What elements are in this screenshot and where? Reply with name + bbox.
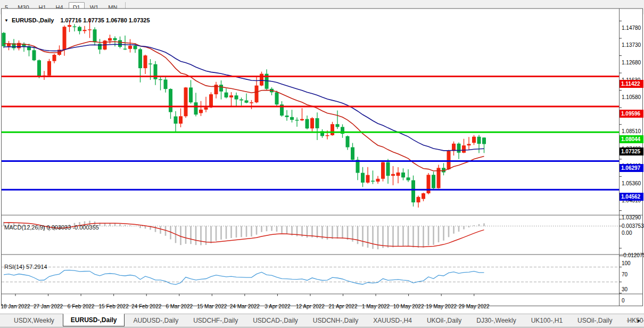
candle-bearish [32, 50, 36, 60]
date-axis-label: 24 Feb 2022 [131, 304, 161, 309]
candle-bullish [376, 179, 380, 182]
chart-ohlc-values: 1.07716 1.07735 1.06780 1.07325 [60, 17, 150, 23]
chart-tab-audusd-daily[interactable]: AUDUSD-,Daily [127, 315, 185, 326]
candle-bullish [366, 175, 370, 183]
chart-tab-dj30-weekly[interactable]: DJ30-,Weekly [470, 315, 522, 326]
candle-bearish [235, 95, 238, 99]
candle-bearish [411, 181, 415, 203]
candle-bearish [189, 87, 193, 102]
candle-bearish [482, 137, 486, 144]
candle-bearish [78, 27, 81, 31]
candle-bullish [47, 61, 51, 76]
price-level-badge: 1.11422 [620, 80, 643, 88]
chart-tab-xauusd-h4[interactable]: XAUUSD-,H4 [367, 315, 418, 326]
candle-bearish [346, 136, 350, 147]
candle-bullish [53, 55, 56, 61]
chart-tab-usoil-daily[interactable]: USOil-,Daily [571, 315, 618, 326]
symbol-dropdown-icon[interactable]: ▼ [4, 18, 9, 23]
date-axis-label: 3 Apr 2022 [265, 304, 290, 309]
candle-bearish [245, 101, 249, 103]
candle-bullish [397, 173, 400, 176]
tab-scroll-arrows: ◄► [625, 314, 641, 327]
candle-bullish [229, 95, 233, 97]
price-axis-label: 1.10580 [622, 94, 641, 100]
candle-bearish [174, 117, 178, 124]
price-level-badge: 1.06297 [620, 164, 643, 172]
chart-tab-eurusd-daily[interactable]: EURUSD-,Daily [63, 314, 125, 326]
price-axis-label: 1.08510 [622, 128, 641, 134]
candle-bullish [472, 137, 476, 143]
chart-tab-bar: USDX,WeeklyEURUSD-,DailyAUDUSD-,DailyUSD… [0, 314, 644, 327]
candle-bearish [113, 38, 117, 40]
tab-scroll-left-icon[interactable]: ◄ [625, 318, 630, 323]
candle-bearish [432, 175, 435, 188]
chart-title: ▼EURUSD-,Daily1.07716 1.07735 1.06780 1.… [4, 17, 150, 23]
price-axis-label: 1.13730 [622, 42, 641, 48]
price-axis-label: 1.14780 [622, 25, 641, 31]
macd-axis-label: 0.003753 [622, 223, 644, 229]
candle-bearish [401, 173, 405, 177]
chart-tab-usdchf-daily[interactable]: USDCHF-,Daily [187, 315, 244, 326]
candle-bullish [209, 94, 213, 107]
macd-indicator-label: MACD(12,26,9) 0.003033 -0.000355 [4, 224, 99, 231]
price-axis-label: 1.03290 [622, 215, 641, 220]
candle-bullish [452, 144, 456, 151]
chart-tab-usdcnh-daily[interactable]: USDCNH-,Daily [307, 315, 365, 326]
tab-scroll-right-icon[interactable]: ► [637, 318, 641, 323]
candle-bullish [68, 25, 71, 27]
price-level-badge: 1.09596 [620, 110, 643, 118]
candle-bearish [73, 27, 77, 27]
candle-bearish [295, 120, 299, 120]
candle-bullish [427, 175, 431, 193]
chart-tab-usdx-weekly[interactable]: USDX,Weekly [7, 315, 61, 326]
rsi-axis-label: 100 [622, 260, 631, 266]
candle-bullish [260, 74, 263, 86]
macd-axis-label: 0.00 [622, 230, 632, 236]
candle-bearish [148, 63, 152, 64]
candle-bearish [336, 124, 340, 127]
candle-bearish [134, 46, 137, 50]
candle-bearish [285, 116, 289, 117]
chart-window-frame [2, 9, 643, 306]
date-axis-label: 12 Apr 2022 [296, 304, 325, 309]
candle-bullish [128, 46, 132, 49]
date-axis-label: 6 Feb 2022 [68, 304, 95, 309]
candle-bearish [407, 177, 410, 180]
candle-bearish [118, 40, 122, 47]
date-axis-label: 15 Feb 2022 [99, 304, 129, 309]
date-axis-label: 1 May 2022 [362, 304, 390, 309]
candle-bearish [275, 92, 279, 104]
chart-tab-ukoil-daily[interactable]: UKOil-,Daily [420, 315, 468, 326]
date-axis-label: 18 Jan 2022 [1, 304, 30, 309]
candle-bearish [37, 60, 41, 76]
candle-bearish [477, 137, 481, 144]
chart-tab-uk100-h1[interactable]: UK100-,H1 [525, 315, 569, 326]
candle-bearish [371, 181, 375, 182]
candle-bullish [63, 27, 67, 50]
candle-bullish [447, 151, 451, 169]
date-axis-label: 19 May 2022 [426, 304, 457, 309]
chart-tab-usdcad-daily[interactable]: USDCAD-,Daily [246, 315, 304, 326]
candle-bearish [457, 144, 461, 153]
candle-bearish [219, 85, 223, 92]
chart-window[interactable]: ▼EURUSD-,Daily1.07716 1.07735 1.06780 1.… [0, 14, 644, 314]
candle-bullish [83, 30, 87, 31]
date-axis-label: 24 Mar 2022 [230, 304, 260, 309]
candle-bullish [88, 29, 92, 30]
candle-bearish [306, 119, 309, 129]
date-axis-label: 15 Mar 2022 [197, 304, 227, 309]
date-axis-label: 27 Jan 2022 [34, 304, 63, 309]
candle-bullish [417, 197, 420, 202]
candle-bullish [199, 110, 203, 113]
price-axis-label: 1.05360 [622, 181, 641, 186]
current-price-badge: 1.07325 [620, 147, 643, 155]
rsi-indicator-label: RSI(14) 57.2914 [4, 264, 47, 270]
candle-bullish [179, 116, 183, 124]
date-axis-label: 29 May 2022 [459, 304, 490, 309]
candle-bearish [225, 93, 228, 97]
candle-bearish [290, 117, 294, 120]
mt4-terminal: 5M30H1H4D1W1MN ▼EURUSD-,Daily1.07716 1.0… [0, 0, 644, 328]
candle-bullish [255, 86, 259, 103]
candle-bullish [467, 144, 471, 145]
candle-bullish [108, 38, 112, 41]
